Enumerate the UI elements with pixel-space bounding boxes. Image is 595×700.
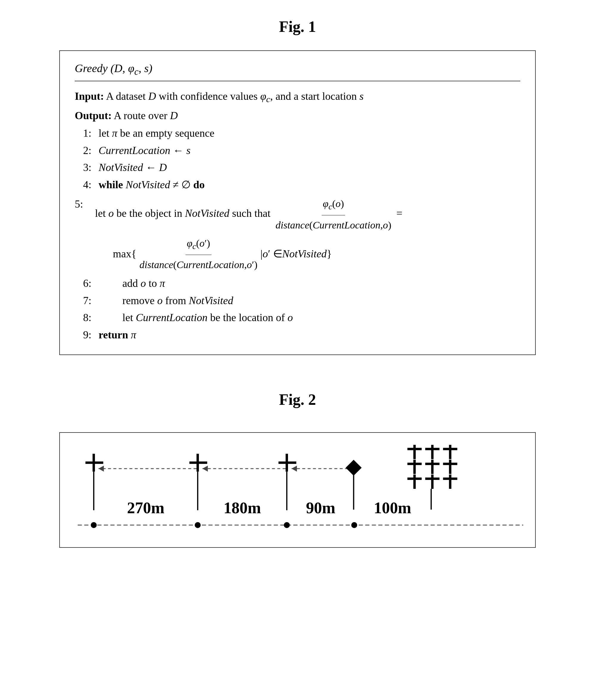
diagram-svg: 270m 180m 90m 100m — [69, 445, 526, 540]
input-label: Input: — [75, 90, 104, 102]
line-content-1: let π be an empty sequence — [98, 125, 520, 142]
line-num-6: 6: — [75, 275, 98, 292]
dist-label-180: 180m — [224, 499, 261, 516]
algo-header: Greedy (D, φc, s) — [75, 62, 520, 81]
line-content-6: add o to π — [98, 275, 520, 292]
line-num-1: 1: — [75, 125, 98, 142]
algo-param-phi: φc — [128, 62, 139, 75]
cc1-v2 — [413, 459, 416, 474]
dist-label-100: 100m — [374, 499, 411, 516]
cc3-v2 — [449, 459, 451, 474]
frac-main-denom: distance(CurrentLocation,o) — [274, 215, 393, 234]
algo-line-8: 8: let CurrentLocation be the location o… — [75, 309, 520, 327]
algo-line-9: 9: return π — [75, 327, 520, 344]
line-num-2: 2: — [75, 142, 98, 159]
arrow3-head — [291, 466, 297, 472]
line-content-5: let o be the object in NotVisited such t… — [83, 195, 520, 274]
cross1-stem — [93, 472, 94, 510]
line5-text: let o be the object in NotVisited such t… — [83, 207, 402, 219]
cross3-stem — [286, 472, 287, 510]
cc1-v1 — [413, 445, 416, 459]
fraction-max: φc(o′) distance(CurrentLocation,o′) — [138, 234, 258, 274]
frac-main-numer: φc(o) — [322, 195, 345, 215]
dot-3 — [284, 522, 290, 528]
arrow1-head — [98, 466, 104, 472]
line-content-8: let CurrentLocation be the location of o — [98, 309, 520, 327]
dot-2 — [195, 522, 201, 528]
diamond-stem — [353, 474, 355, 510]
line-content-7: remove o from NotVisited — [98, 292, 520, 309]
algo-line-1: 1: let π be an empty sequence — [75, 125, 520, 142]
line-num-4: 4: — [75, 176, 98, 194]
page-content: Fig. 1 Greedy (D, φc, s) Input: A datase… — [59, 18, 536, 548]
algo-param-D: D — [114, 62, 122, 75]
cross2-vbar — [197, 454, 199, 472]
cross3-vbar — [286, 454, 288, 472]
output-label: Output: — [75, 110, 112, 121]
line-content-2: CurrentLocation ← s — [98, 142, 520, 159]
fraction-main: φc(o) distance(CurrentLocation,o) — [274, 195, 393, 234]
algo-line-6: 6: add o to π — [75, 275, 520, 292]
cc3-v1 — [449, 445, 451, 459]
algo-line-2: 2: CurrentLocation ← s — [75, 142, 520, 159]
algo-line-3: 3: NotVisited ← D — [75, 159, 520, 176]
line-num-9: 9: — [75, 327, 98, 344]
cc1-v3 — [413, 475, 416, 489]
algo-header-text: Greedy — [75, 62, 108, 75]
cross1-vbar — [93, 454, 95, 472]
arrow2-head — [202, 466, 208, 472]
algo-line-5: 5: let o be the object in NotVisited suc… — [75, 195, 520, 274]
frac-max-denom: distance(CurrentLocation,o′) — [138, 255, 258, 274]
cc3-v3 — [449, 475, 451, 489]
algorithm-box: Greedy (D, φc, s) Input: A dataset D wit… — [59, 50, 536, 355]
line-content-4: while NotVisited ≠ ∅ do — [98, 176, 520, 194]
line5-row2: max{ φc(o′) distance(CurrentLocation,o′)… — [83, 234, 332, 274]
cc2-v2 — [431, 459, 433, 474]
cc2-v3 — [431, 475, 433, 489]
input-text: A dataset D with confidence values φc, a… — [106, 90, 364, 102]
algo-line-7: 7: remove o from NotVisited — [75, 292, 520, 309]
cc2-v1 — [431, 445, 433, 459]
line-num-5: 5: — [75, 195, 83, 214]
output-text: A route over D — [114, 110, 178, 121]
dist-label-90: 90m — [306, 499, 335, 516]
dist-label-270: 270m — [127, 499, 165, 516]
input-line: Input: A dataset D with confidence value… — [75, 87, 520, 107]
algo-line-4: 4: while NotVisited ≠ ∅ do — [75, 176, 520, 194]
cluster-stem — [431, 489, 432, 510]
dot-4 — [351, 522, 357, 528]
cross2-stem — [197, 472, 198, 510]
dot-left — [91, 522, 97, 528]
line-num-8: 8: — [75, 309, 98, 327]
diagram-box: 270m 180m 90m 100m — [59, 432, 536, 548]
output-line: Output: A route over D — [75, 107, 520, 125]
line-content-3: NotVisited ← D — [98, 159, 520, 176]
diamond-shape — [346, 459, 362, 476]
line-num-3: 3: — [75, 159, 98, 176]
fig2-title: Fig. 2 — [279, 391, 316, 409]
line-num-7: 7: — [75, 292, 98, 309]
fig1-title: Fig. 1 — [279, 18, 316, 35]
line-content-9: return π — [98, 327, 520, 344]
frac-max-numer: φc(o′) — [186, 234, 211, 255]
algo-param-s: s — [144, 62, 149, 75]
